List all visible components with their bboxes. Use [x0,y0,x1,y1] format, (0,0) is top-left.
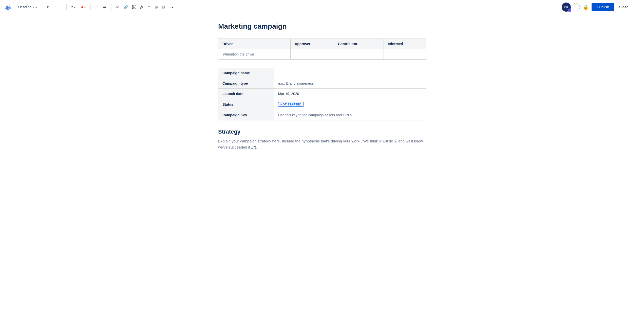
status-label: Status [218,99,274,110]
more-icon: ··· [635,4,638,9]
bold-icon: B [47,5,49,9]
toolbar-divider-2 [66,4,67,10]
more-text-button[interactable]: ··· [57,4,63,10]
table-row: Status NOT STARTED [218,99,426,110]
contributor-header: Contributor [334,39,384,49]
image-button[interactable]: 🖼 [130,4,137,10]
color-button[interactable]: A [79,4,87,10]
task-button[interactable]: ☑ [115,4,121,10]
strategy-heading: Strategy [218,129,426,135]
campaign-key-label: Campaign Key [218,110,274,120]
launch-date-value[interactable]: Mar 19, 2020 [274,89,426,99]
driver-cell[interactable]: @mention the driver [218,49,291,60]
status-cell[interactable]: NOT STARTED [274,99,426,110]
informed-header: Informed [384,39,426,49]
daci-header-row: Driver Approver Contributor Informed [218,39,426,49]
lock-button[interactable]: 🔒 [582,3,590,11]
avatar-badge: C [568,9,571,12]
at-icon: @ [140,5,143,9]
add-user-button[interactable]: + [572,3,580,11]
info-table: Campaign name Campaign type e.g., Brand … [218,68,426,120]
approver-header: Approver [291,39,334,49]
table-button[interactable]: ⊞ [153,4,160,10]
table-row: Launch date Mar 19, 2020 [218,89,426,99]
bold-button[interactable]: B [45,4,51,10]
insert-chevron-icon [172,5,173,9]
table-row: Campaign type e.g., Brand awareness [218,78,426,89]
align-chevron-icon [74,5,75,9]
chevron-down-icon [35,5,37,9]
align-icon: ≡ [71,5,73,9]
campaign-name-value[interactable] [274,68,426,78]
layout-button[interactable]: ⊟ [160,4,167,10]
insert-group: ☑ 🔗 🖼 @ ☺ ⊞ ⊟ + [115,4,175,10]
heading-selector[interactable]: Heading 2 [16,4,39,10]
editor-toolbar: Heading 2 B I ··· ≡ A ☰ ≔ [0,0,644,14]
avatar-initials: CK [564,6,568,9]
strategy-body[interactable]: Explain your campaign strategy here. Inc… [218,138,426,150]
bullet-list-icon: ☰ [96,5,99,9]
text-format-group: B I ··· [45,4,63,10]
insert-more-button[interactable]: + [167,4,175,10]
task-icon: ☑ [116,5,120,9]
heading-label: Heading 2 [18,5,34,9]
campaign-name-label: Campaign name [218,68,274,78]
approver-cell[interactable] [291,49,334,60]
table-icon: ⊞ [155,5,158,9]
italic-button[interactable]: I [52,4,56,10]
table-row: Campaign Key Use this key to tag campaig… [218,110,426,120]
ellipsis-icon: ··· [59,5,62,9]
toolbar-divider-1 [42,4,42,10]
layout-icon: ⊟ [162,5,165,9]
table-row: Campaign name [218,68,426,78]
campaign-type-value[interactable]: e.g., Brand awareness [274,78,426,89]
align-button[interactable]: ≡ [70,4,77,10]
status-badge[interactable]: NOT STARTED [278,102,304,107]
plus-icon: + [169,5,171,9]
plus-icon: + [575,5,577,9]
toolbar-divider-3 [90,4,91,10]
collaborators-group: CK C + [562,3,580,12]
avatar[interactable]: CK C [562,3,571,12]
link-icon: 🔗 [124,5,128,9]
ordered-list-icon: ≔ [103,5,106,9]
daci-table: Driver Approver Contributor Informed @me… [218,39,426,60]
daci-data-row: @mention the driver [218,49,426,60]
launch-date-label: Launch date [218,89,274,99]
lock-icon: 🔒 [583,5,589,10]
mention-button[interactable]: @ [138,4,145,10]
app-logo[interactable] [4,3,12,11]
campaign-key-value[interactable]: Use this key to tag campaign assets and … [274,110,426,120]
page-title[interactable]: Marketing campaign [218,22,426,30]
color-icon: A [81,5,84,9]
toolbar-divider-4 [111,4,111,10]
campaign-type-label: Campaign type [218,78,274,89]
link-button[interactable]: 🔗 [122,4,130,10]
more-options-button[interactable]: ··· [633,3,640,11]
toolbar-right: CK C + 🔒 Publish Close ··· [562,3,640,12]
image-icon: 🖼 [132,5,136,9]
driver-header: Driver [218,39,291,49]
ordered-list-button[interactable]: ≔ [101,4,108,10]
list-group: ☰ ≔ [94,4,108,10]
contributor-cell[interactable] [334,49,384,60]
informed-cell[interactable] [384,49,426,60]
color-chevron-icon [84,5,86,9]
emoji-icon: ☺ [147,5,151,9]
content-area: Marketing campaign Driver Approver Contr… [208,14,436,166]
close-button[interactable]: Close [616,3,631,11]
publish-button[interactable]: Publish [592,3,614,11]
italic-icon: I [53,5,54,9]
bullet-list-button[interactable]: ☰ [94,4,101,10]
emoji-button[interactable]: ☺ [145,4,153,10]
